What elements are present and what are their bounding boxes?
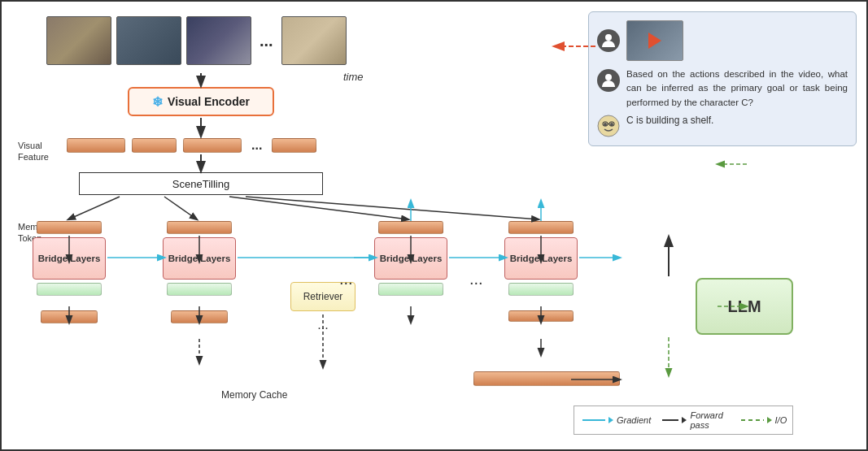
video-frame-4 — [281, 16, 347, 65]
legend-io: I/O — [741, 415, 787, 425]
visual-encoder-box: ❄ Visual Encoder — [128, 87, 274, 116]
chat-video-thumb — [626, 20, 683, 61]
io-label: I/O — [775, 415, 787, 425]
video-frame-2 — [116, 16, 181, 65]
mem-brick-5 — [508, 221, 574, 234]
bridge-group-2: Bridge Layers — [163, 221, 236, 323]
scene-tilling-label: SceneTilling — [172, 178, 229, 190]
mid-dots-1: ... — [339, 270, 353, 288]
svg-line-14 — [246, 197, 539, 219]
bridge-layers-box-4: Bridge Layers — [374, 237, 447, 280]
mem-brick-1 — [37, 221, 102, 234]
bridge-layers-box-2: Bridge Layers — [163, 237, 236, 280]
bridge-layers-label-5: Bridge Layers — [510, 254, 573, 263]
retriever-label: Retriever — [303, 291, 343, 302]
bridge-layers-label-2: Bridge Layers — [168, 254, 231, 263]
gradient-line — [582, 419, 605, 421]
chat-panel: Based on the actions described in the vi… — [588, 11, 857, 146]
gradient-arrow — [608, 417, 613, 423]
legend-forward: Forward pass — [662, 410, 729, 430]
bridge-group-1: Bridge Layers — [33, 221, 106, 323]
svg-point-2 — [598, 115, 619, 137]
out-brick-4 — [378, 283, 443, 296]
bridge-layers-label-1: Bridge Layers — [38, 254, 101, 263]
visual-encoder-label: Visual Encoder — [168, 95, 250, 108]
llava-avatar — [597, 115, 620, 137]
svg-point-1 — [605, 74, 612, 80]
bridge-layers-label-4: Bridge Layers — [380, 254, 443, 263]
mem-brick-2 — [167, 221, 232, 234]
chat-top — [597, 20, 848, 61]
gradient-label: Gradient — [617, 415, 651, 425]
llm-label: LLM — [727, 297, 761, 316]
feature-brick-2 — [132, 138, 177, 153]
out-brick-5 — [508, 283, 574, 296]
feature-brick-3 — [183, 138, 242, 153]
forward-line — [662, 419, 678, 421]
forward-label: Forward pass — [690, 410, 729, 430]
mem-brick-4 — [378, 221, 443, 234]
io-line — [741, 419, 764, 421]
forward-arrow — [682, 417, 687, 423]
io-arrow — [767, 417, 772, 423]
output-brick-5 — [508, 310, 574, 322]
snowflake-icon: ❄ — [152, 94, 163, 110]
visual-feature-label: VisualFeature — [18, 140, 49, 163]
play-icon — [648, 33, 661, 49]
svg-line-12 — [164, 197, 197, 219]
chat-answer-text: C is building a shelf. — [626, 115, 713, 126]
user-avatar-2 — [597, 69, 620, 92]
chat-question-row: Based on the actions described in the vi… — [597, 67, 848, 110]
chat-answer-row: C is building a shelf. — [597, 115, 848, 137]
llm-input-brick — [473, 371, 620, 386]
frames-dots: ... — [260, 32, 273, 50]
final-brick-1 — [41, 310, 98, 323]
memory-cache-label: Memory Cache — [221, 389, 287, 401]
svg-line-11 — [68, 197, 120, 219]
out-brick-2 — [167, 283, 232, 296]
retriever-container: Retriever ... — [290, 282, 355, 332]
legend-gradient: Gradient — [582, 415, 651, 425]
chat-question-text: Based on the actions described in the vi… — [626, 67, 848, 110]
svg-point-3 — [604, 123, 607, 126]
retriever-dots: ... — [290, 318, 355, 332]
video-frames-row: ... — [46, 16, 347, 65]
final-brick-2 — [171, 310, 228, 323]
svg-point-4 — [610, 123, 613, 126]
bridge-group-5: Bridge Layers — [504, 221, 578, 322]
main-diagram: ... time ❄ Visual Encoder VisualFeature … — [0, 0, 868, 451]
time-label: time — [343, 71, 364, 83]
feature-bricks-row: ... — [67, 138, 316, 153]
video-frame-3 — [186, 16, 251, 65]
llm-box: LLM — [696, 278, 793, 335]
legend-box: Gradient Forward pass I/O — [574, 405, 793, 435]
feature-brick-1 — [67, 138, 125, 153]
scene-tilling-box: SceneTilling — [79, 172, 323, 195]
out-brick-1 — [37, 283, 102, 296]
mid-dots-2: ... — [469, 270, 483, 288]
bridge-layers-box-5: Bridge Layers — [504, 237, 578, 280]
bridge-group-4: Bridge Layers — [374, 221, 447, 296]
svg-point-0 — [605, 34, 612, 41]
video-frame-1 — [46, 16, 111, 65]
user-avatar — [597, 29, 620, 52]
bridge-layers-box-1: Bridge Layers — [33, 237, 106, 280]
svg-line-13 — [229, 197, 408, 219]
feature-brick-4 — [272, 138, 316, 153]
memory-cache-text: Memory Cache — [221, 389, 287, 401]
feature-dots: ... — [251, 138, 262, 153]
